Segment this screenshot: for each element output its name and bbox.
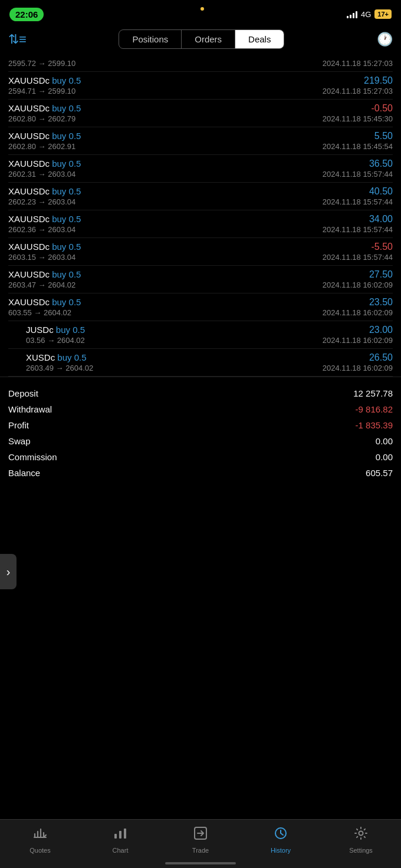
deal-time-9: 2024.11.18 16:02:09 [323,336,393,345]
bottom-nav: Quotes Chart Trade History [0,819,401,868]
deal-row: XAUUSDc buy 0.5 219.50 2594.71 → 2599.10… [8,72,393,100]
deal-row: XAUUSDc buy 0.5 27.50 2603.47 → 2604.02 … [8,266,393,293]
deal-symbol-9: JUSDc buy 0.5 [26,325,85,335]
status-time: 22:06 [9,8,44,21]
summary-row-commission: Commission 0.00 [8,449,393,465]
deal-profit-3: 36.50 [369,159,393,169]
deal-time-4: 2024.11.18 15:57:44 [323,197,393,206]
deal-prices-6: 2603.15 → 2603.04 [8,253,75,262]
deal-profit-5: 34.00 [369,214,393,225]
trade-icon [193,826,208,844]
svg-rect-2 [124,829,126,839]
deal-symbol-0: XAUUSDc buy 0.5 [8,75,81,85]
sort-icon[interactable]: ⇅≡ [8,32,27,47]
deal-row-partial: 2595.72 → 2599.10 2024.11.18 15:27:03 [8,55,393,72]
signal-icon [347,10,357,18]
deal-time-1: 2024.11.18 15:45:30 [323,114,393,123]
svg-rect-1 [119,831,121,839]
nav-label-quotes: Quotes [29,847,50,854]
battery-indicator: 17+ [374,9,392,19]
nav-label-settings: Settings [349,847,373,854]
nav-label-history: History [271,847,291,854]
deal-profit-2: 5.50 [374,131,393,141]
deal-profit-4: 40.50 [369,186,393,197]
summary-label-withdrawal: Withdrawal [8,404,52,414]
summary-section: Deposit 12 257.78 Withdrawal -9 816.82 P… [0,377,401,487]
deal-row: XAUUSDc buy 0.5 -0.50 2602.80 → 2602.79 … [8,100,393,127]
deal-symbol-7: XAUUSDc buy 0.5 [8,269,81,279]
deal-prices-0: 2594.71 → 2599.10 [8,87,75,95]
deal-prices-5: 2602.36 → 2603.04 [8,225,75,234]
deal-row: XAUUSDc buy 0.5 23.50 603.55 → 2604.02 2… [8,293,393,321]
deal-time-8: 2024.11.18 16:02:09 [323,308,393,317]
deal-prices-1: 2602.80 → 2602.79 [8,114,75,123]
deal-prices-9: 03.56 → 2604.02 [26,336,85,345]
summary-row-balance: Balance 605.57 [8,465,393,481]
deal-symbol-5: XAUUSDc buy 0.5 [8,214,81,224]
summary-label-commission: Commission [8,452,57,462]
deal-profit-8: 23.50 [369,297,393,308]
deal-profit-7: 27.50 [369,269,393,280]
nav-item-settings[interactable]: Settings [337,826,384,854]
deal-row: XAUUSDc buy 0.5 -5.50 2603.15 → 2603.04 … [8,238,393,266]
deal-prices-partial: 2595.72 → 2599.10 [8,59,75,68]
deal-symbol-3: XAUUSDc buy 0.5 [8,159,81,169]
nav-item-quotes[interactable]: Quotes [17,826,64,854]
summary-row-deposit: Deposit 12 257.78 [8,385,393,401]
summary-value-swap: 0.00 [376,436,393,446]
history-icon [273,826,288,844]
deal-time-partial: 2024.11.18 15:27:03 [323,59,393,68]
summary-label-balance: Balance [8,468,40,478]
deals-list: 2595.72 → 2599.10 2024.11.18 15:27:03 XA… [0,55,401,377]
summary-label-profit: Profit [8,420,29,430]
summary-value-profit: -1 835.39 [356,420,393,430]
nav-item-history[interactable]: History [257,826,304,854]
deal-symbol-10: XUSDc buy 0.5 [26,352,87,362]
tab-deals[interactable]: Deals [235,30,284,48]
deal-time-7: 2024.11.18 16:02:09 [323,280,393,289]
summary-value-withdrawal: -9 816.82 [356,404,393,414]
deal-row: XAUUSDc buy 0.5 34.00 2602.36 → 2603.04 … [8,210,393,238]
network-type: 4G [361,10,371,19]
side-arrow-button[interactable]: › [0,554,17,589]
top-nav: ⇅≡ Positions Orders Deals 🕐 [0,26,401,55]
deal-profit-1: -0.50 [372,103,393,114]
tab-positions[interactable]: Positions [119,30,182,48]
deal-symbol-4: XAUUSDc buy 0.5 [8,186,81,196]
deal-row: XAUUSDc buy 0.5 5.50 2602.80 → 2602.91 2… [8,127,393,155]
deal-symbol-1: XAUUSDc buy 0.5 [8,103,81,113]
status-right: 4G 17+ [347,9,392,19]
summary-row-profit: Profit -1 835.39 [8,417,393,433]
summary-row-withdrawal: Withdrawal -9 816.82 [8,401,393,417]
summary-value-balance: 605.57 [366,468,393,478]
deal-prices-2: 2602.80 → 2602.91 [8,142,75,151]
summary-value-commission: 0.00 [376,452,393,462]
deal-time-6: 2024.11.18 15:57:44 [323,253,393,262]
svg-rect-0 [114,834,117,839]
deal-time-2: 2024.11.18 15:45:54 [323,142,393,151]
home-indicator [165,862,236,864]
deal-prices-4: 2602.23 → 2603.04 [8,197,75,206]
status-bar: 22:06 4G 17+ [0,0,401,26]
deal-row: XUSDc buy 0.5 26.50 2603.49 → 2604.02 20… [8,349,393,377]
nav-label-chart: Chart [113,847,129,854]
deal-prices-8: 603.55 → 2604.02 [8,308,71,317]
deal-prices-3: 2602.31 → 2603.04 [8,170,75,179]
deal-profit-9: 23.00 [369,325,393,335]
deal-symbol-2: XAUUSDc buy 0.5 [8,131,81,141]
summary-value-deposit: 12 257.78 [353,388,393,398]
deal-row: JUSDc buy 0.5 23.00 03.56 → 2604.02 2024… [8,321,393,349]
clock-icon[interactable]: 🕐 [377,32,393,47]
deal-prices-10: 2603.49 → 2604.02 [26,364,93,372]
tab-group: Positions Orders Deals [119,29,284,49]
deal-time-10: 2024.11.18 16:02:09 [323,364,393,372]
quotes-icon [32,826,48,844]
summary-label-deposit: Deposit [8,388,38,398]
deal-symbol-8: XAUUSDc buy 0.5 [8,297,81,307]
nav-item-chart[interactable]: Chart [97,826,144,854]
nav-item-trade[interactable]: Trade [177,826,224,854]
svg-point-5 [359,831,363,836]
deal-symbol-6: XAUUSDc buy 0.5 [8,242,81,252]
tab-orders[interactable]: Orders [182,30,235,48]
deal-time-0: 2024.11.18 15:27:03 [323,87,393,95]
